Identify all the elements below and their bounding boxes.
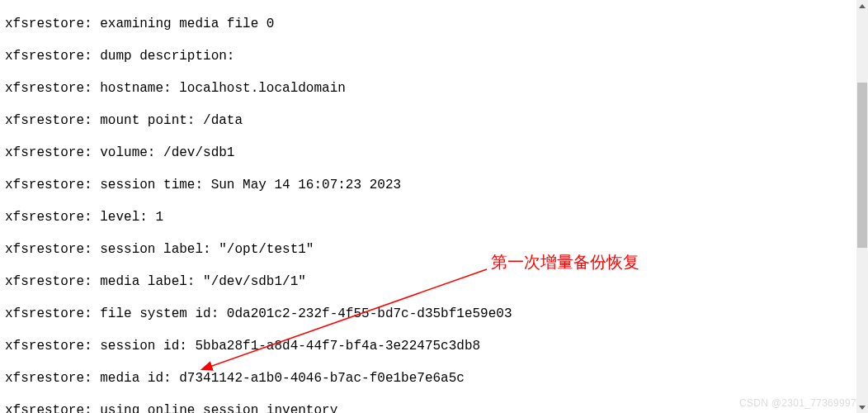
output-line: xfsrestore: volume: /dev/sdb1: [5, 145, 855, 162]
output-line: xfsrestore: media id: d7341142-a1b0-4046…: [5, 371, 855, 387]
scroll-down-button[interactable]: [856, 401, 868, 413]
scroll-up-button[interactable]: [856, 0, 868, 12]
svg-marker-3: [859, 406, 866, 410]
watermark-text: CSDN @2301_77369997: [739, 396, 856, 412]
output-line: xfsrestore: media label: "/dev/sdb1/1": [5, 274, 855, 291]
terminal-output[interactable]: xfsrestore: examining media file 0 xfsre…: [5, 0, 855, 413]
output-line: xfsrestore: mount point: /data: [5, 113, 855, 130]
output-line: xfsrestore: session label: "/opt/test1": [5, 242, 855, 259]
svg-marker-2: [859, 4, 866, 8]
output-line: xfsrestore: session time: Sun May 14 16:…: [5, 178, 855, 194]
output-line: xfsrestore: level: 1: [5, 210, 855, 226]
output-line: xfsrestore: hostname: localhost.localdom…: [5, 81, 855, 97]
scrollbar-thumb[interactable]: [857, 83, 867, 248]
vertical-scrollbar[interactable]: [856, 0, 868, 413]
output-line: xfsrestore: dump description:: [5, 49, 855, 65]
output-line: xfsrestore: session id: 5bba28f1-a8d4-44…: [5, 339, 855, 355]
output-line: xfsrestore: using online session invento…: [5, 403, 855, 414]
output-line: xfsrestore: examining media file 0: [5, 17, 855, 33]
output-line: xfsrestore: file system id: 0da201c2-232…: [5, 306, 855, 323]
annotation-text: 第一次增量备份恢复: [491, 254, 639, 271]
